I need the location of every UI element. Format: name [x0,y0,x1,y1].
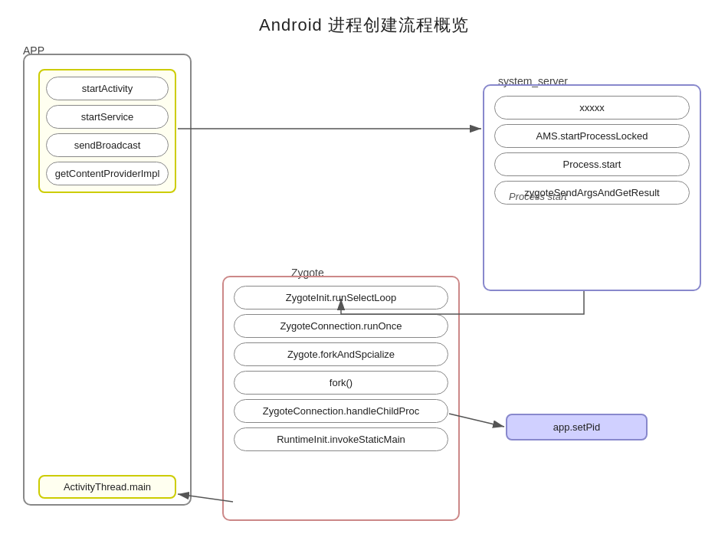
activity-thread-box: ActivityThread.main [38,475,176,499]
app-set-pid-box: app.setPid [506,414,648,440]
app-method-startactivity: startActivity [46,77,169,100]
page-title: Android 进程创建流程概览 [0,0,728,37]
zygote-inner: ZygoteInit.runSelectLoop ZygoteConnectio… [234,286,448,451]
zy-method-invokestaticmain: RuntimeInit.invokeStaticMain [234,427,448,451]
diagram-container: Android 进程创建流程概览 APP startActivity start… [0,0,728,560]
ss-method-xxxxx: xxxxx [494,96,690,120]
ss-method-process-start: Process.start [494,152,690,176]
process-start-label: Process start [509,191,567,202]
zy-method-handlechildproc: ZygoteConnection.handleChildProc [234,399,448,423]
app-set-pid-label: app.setPid [553,421,600,433]
app-method-getcontentproviderimpl: getContentProviderImpl [46,162,169,185]
app-method-sendbroadcast: sendBroadcast [46,133,169,157]
activity-thread-label: ActivityThread.main [64,481,151,493]
zy-method-runonce: ZygoteConnection.runOnce [234,314,448,338]
zy-method-runselectloop: ZygoteInit.runSelectLoop [234,286,448,309]
ss-method-ams: AMS.startProcessLocked [494,124,690,148]
zy-method-forkandspcialize: Zygote.forkAndSpcialize [234,342,448,366]
zy-method-fork: fork() [234,371,448,395]
system-server-inner: xxxxx AMS.startProcessLocked Process.sta… [494,96,690,205]
app-inner-box: startActivity startService sendBroadcast… [38,69,176,193]
app-method-startservice: startService [46,105,169,129]
